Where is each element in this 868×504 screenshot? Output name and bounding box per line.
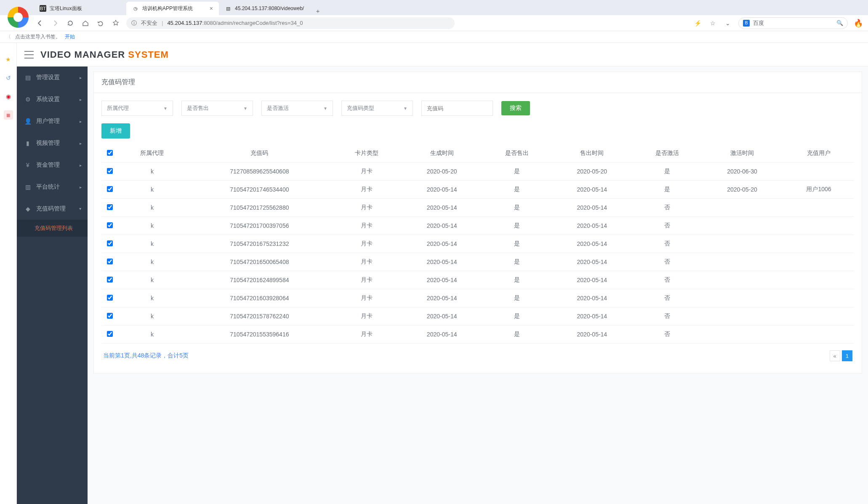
rail-weibo-icon[interactable]: ◉ [4, 92, 13, 101]
row-checkbox[interactable] [107, 240, 113, 246]
cell-activated: 否 [633, 325, 701, 344]
table-row: k710547201650065408月卡2020-05-14是2020-05-… [101, 253, 854, 271]
row-checkbox[interactable] [107, 313, 113, 319]
cell-acttime [701, 325, 783, 344]
cell-type: 月卡 [333, 235, 401, 253]
baidu-icon: B [743, 20, 750, 27]
pager-prev-button[interactable]: « [830, 350, 840, 361]
row-checkbox[interactable] [107, 331, 113, 337]
chevron-down-icon[interactable]: ⌄ [723, 19, 732, 28]
app-title: VIDEO MANAGER SYSTEM [40, 49, 169, 60]
th-cardtype: 卡片类型 [333, 144, 401, 163]
cell-activated: 否 [633, 253, 701, 271]
filter-sold-select[interactable]: 是否售出▼ [181, 101, 253, 116]
th-soldtime: 售出时间 [551, 144, 633, 163]
favicon-globe-icon: ◷ [132, 5, 139, 12]
sidebar-item-recharge-code[interactable]: ◆充值码管理▸ [17, 198, 88, 220]
chart-icon: ▥ [24, 184, 31, 190]
sidebar-item-funds-mgmt[interactable]: ¥资金管理▸ [17, 154, 88, 176]
close-tab-icon[interactable]: × [210, 5, 213, 12]
browser-siderail: ★ ↺ ◉ ▦ [0, 43, 17, 504]
row-checkbox[interactable] [107, 295, 113, 301]
filter-activated-select[interactable]: 是否激活▼ [261, 101, 333, 116]
th-isactivated: 是否激活 [633, 144, 701, 163]
sidebar-submenu: 充值码管理列表 [17, 220, 88, 237]
panel-title: 充值码管理 [94, 72, 862, 93]
sidebar-item-system-settings[interactable]: ⚙系统设置▸ [17, 88, 88, 110]
filter-type-select[interactable]: 充值码类型▼ [341, 101, 413, 116]
tab-baota[interactable]: BT 宝塔Linux面板 [34, 2, 126, 15]
menu-toggle-button[interactable] [24, 51, 34, 59]
select-all-checkbox[interactable] [107, 150, 113, 156]
chevron-right-icon: ▸ [80, 119, 82, 124]
back-button[interactable] [35, 19, 45, 28]
bookbar-chevron-icon[interactable]: 〈 [6, 33, 11, 40]
row-checkbox[interactable] [107, 186, 113, 192]
new-tab-button[interactable]: ＋ [312, 8, 324, 15]
filter-code-input[interactable] [421, 101, 493, 116]
pager-page-1[interactable]: 1 [842, 350, 852, 361]
reload-button[interactable] [66, 19, 75, 28]
sidebar-item-label: 管理设置 [36, 74, 60, 81]
search-placeholder: 百度 [753, 19, 764, 27]
cell-code: 710547201725562880 [186, 199, 333, 217]
tab-videoweb[interactable]: ▧ 45.204.15.137:8080/videoweb/ [219, 2, 312, 15]
row-checkbox[interactable] [107, 277, 113, 283]
pager-info: 当前第1页,共48条记录，合计5页 [103, 352, 189, 360]
browser-logo-icon [8, 7, 29, 28]
flash-icon[interactable]: ⚡ [693, 19, 702, 28]
cell-activated: 否 [633, 271, 701, 289]
tab-admin-active[interactable]: ◷ 培训机构APP管理系统 × [126, 2, 219, 15]
omnibox-search[interactable]: B 百度 🔍 [738, 17, 848, 29]
cell-acttime [701, 307, 783, 325]
sidebar-item-admin-settings[interactable]: ▤管理设置▸ [17, 67, 88, 88]
cell-user [783, 217, 854, 235]
sidebar-item-video-mgmt[interactable]: ▮视频管理▸ [17, 132, 88, 154]
cell-gentime: 2020-05-14 [401, 235, 483, 253]
cell-user: 用户1006 [783, 181, 854, 199]
rail-app-icon[interactable]: ▦ [4, 110, 13, 120]
row-checkbox[interactable] [107, 222, 113, 228]
sidebar-sub-recharge-list[interactable]: 充值码管理列表 [17, 220, 88, 237]
rail-history-icon[interactable]: ↺ [4, 73, 13, 83]
row-checkbox[interactable] [107, 259, 113, 264]
filter-agent-select[interactable]: 所属代理▼ [101, 101, 173, 116]
search-button[interactable]: 搜索 [501, 101, 530, 115]
bookmark-start-link[interactable]: 开始 [65, 33, 75, 40]
cell-type: 月卡 [333, 271, 401, 289]
favicon-bt-icon: BT [40, 5, 46, 12]
undo-button[interactable] [96, 19, 105, 28]
star-button[interactable] [111, 19, 120, 28]
app-header: VIDEO MANAGER SYSTEM [17, 43, 868, 67]
rail-star-icon[interactable]: ★ [4, 55, 13, 64]
cell-soldtime: 2020-05-14 [551, 181, 633, 199]
cell-soldtime: 2020-05-14 [551, 253, 633, 271]
cell-sold: 是 [483, 253, 551, 271]
cell-gentime: 2020-05-14 [401, 289, 483, 307]
cell-code: 710547201624899584 [186, 271, 333, 289]
pager: 当前第1页,共48条记录，合计5页 « 1 [101, 344, 854, 365]
row-checkbox[interactable] [107, 204, 113, 210]
forward-button[interactable] [51, 19, 60, 28]
cell-user [783, 289, 854, 307]
cell-agent: k [118, 199, 186, 217]
home-button[interactable] [81, 19, 90, 28]
address-bar[interactable]: ⓘ 不安全 | 45.204.15.137:8080/admin/recharg… [126, 17, 455, 29]
cell-activated: 否 [633, 307, 701, 325]
row-checkbox[interactable] [107, 168, 113, 174]
sidebar-item-platform-stats[interactable]: ▥平台统计▸ [17, 176, 88, 198]
cell-user [783, 271, 854, 289]
table-row: k710547201746534400月卡2020-05-14是2020-05-… [101, 181, 854, 199]
add-button[interactable]: 新增 [101, 123, 130, 139]
cell-acttime [701, 271, 783, 289]
cell-acttime [701, 235, 783, 253]
cell-activated: 否 [633, 199, 701, 217]
favicon-image-icon: ▧ [225, 5, 232, 12]
sidebar-item-user-mgmt[interactable]: 👤用户管理▸ [17, 110, 88, 132]
cell-activated: 是 [633, 181, 701, 199]
bookmark-star-icon[interactable]: ☆ [708, 19, 717, 28]
weibo-ext-icon[interactable]: 🔥 [854, 19, 863, 28]
cell-code: 710547201675231232 [186, 235, 333, 253]
cell-soldtime: 2020-05-20 [551, 163, 633, 181]
chevron-down-icon: ▼ [163, 106, 168, 111]
